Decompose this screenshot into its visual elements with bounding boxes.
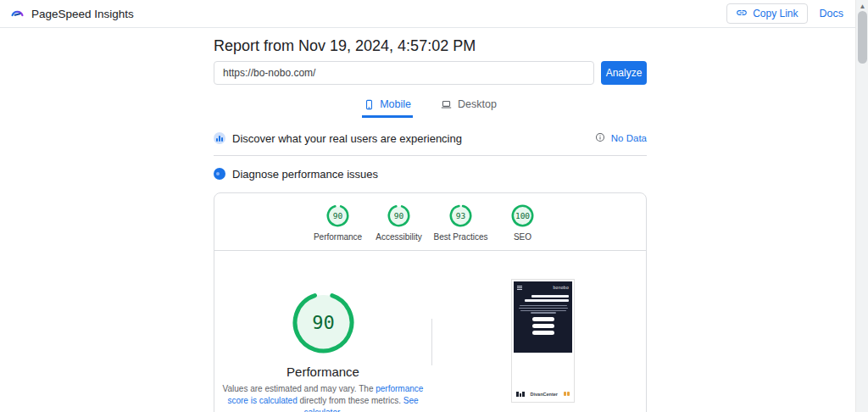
disclaimer-text: . <box>340 408 342 412</box>
url-input[interactable] <box>214 61 594 85</box>
lab-data-icon <box>214 168 225 180</box>
tab-desktop[interactable]: Desktop <box>438 96 498 118</box>
pagespeed-insights-app: PageSpeed Insights Copy Link Docs ▲ Repo… <box>0 0 868 412</box>
docs-link[interactable]: Docs <box>820 8 843 19</box>
brand[interactable]: PageSpeed Insights <box>9 4 134 24</box>
lab-section-title: Diagnose performance issues <box>232 168 378 181</box>
lab-data-section: Diagnose performance issues <box>214 162 647 186</box>
no-data-status[interactable]: No Data <box>611 133 647 143</box>
score-disclaimer: Values are estimated and may vary. The p… <box>222 383 424 412</box>
svg-text:90: 90 <box>394 211 404 220</box>
category-gauge-label: Best Practices <box>434 232 488 242</box>
screenshot-hero: bonobo <box>514 281 572 353</box>
top-bar: PageSpeed Insights Copy Link Docs <box>0 0 855 28</box>
screenshot-logo-strip: DivanCenter <box>514 387 572 400</box>
hamburger-menu-icon <box>517 286 522 290</box>
copy-link-button[interactable]: Copy Link <box>726 3 807 24</box>
category-gauge-label: Performance <box>314 232 362 242</box>
category-gauge-performance[interactable]: 90Performance <box>312 204 364 242</box>
link-icon <box>736 7 748 21</box>
svg-text:90: 90 <box>312 312 335 333</box>
disclaimer-text: directly from these metrics. <box>298 396 403 405</box>
site-brand: bonobo <box>554 285 570 290</box>
page-scrollbar[interactable]: ▲ <box>855 0 868 412</box>
client-logo-dark <box>516 392 525 397</box>
performance-gauge-label: Performance <box>287 365 359 379</box>
report-title: Report from Nov 19, 2024, 4:57:02 PM <box>214 37 647 55</box>
pagespeed-logo-icon <box>9 4 25 24</box>
category-gauge-label: Accessibility <box>376 232 421 242</box>
final-screenshot-thumbnail: bonobo Divan <box>511 279 575 403</box>
performance-summary: 90 Performance Values are estimated and … <box>214 251 431 412</box>
svg-text:100: 100 <box>515 211 530 220</box>
category-scores-row: 90Performance90Accessibility93Best Pract… <box>214 193 646 251</box>
category-gauge-best-practices[interactable]: 93Best Practices <box>434 204 488 242</box>
smartphone-icon <box>364 99 375 110</box>
performance-score-gauge: 90 <box>292 292 354 357</box>
lighthouse-report-card: 90Performance90Accessibility93Best Pract… <box>214 192 647 412</box>
main-content: Report from Nov 19, 2024, 4:57:02 PM Ana… <box>214 28 647 412</box>
laptop-icon <box>440 99 453 110</box>
device-tabs: Mobile Desktop <box>214 96 647 118</box>
vertical-divider <box>431 319 432 365</box>
app-title: PageSpeed Insights <box>31 8 134 20</box>
svg-text:90: 90 <box>333 211 343 220</box>
screenshot-whitespace <box>514 353 572 387</box>
site-heading-lines <box>517 295 569 302</box>
category-gauge-accessibility[interactable]: 90Accessibility <box>373 204 426 242</box>
client-logo-orange <box>564 392 570 396</box>
field-data-section: Discover what your real users are experi… <box>214 126 647 150</box>
client-logo-divancenter: DivanCenter <box>531 392 558 397</box>
field-section-title: Discover what your real users are experi… <box>232 132 462 145</box>
tab-mobile-label: Mobile <box>380 98 411 110</box>
analyze-button[interactable]: Analyze <box>601 61 647 85</box>
field-data-icon <box>214 132 225 144</box>
tab-mobile[interactable]: Mobile <box>362 96 413 118</box>
site-cta-buttons <box>517 317 569 336</box>
scrollbar-thumb[interactable] <box>858 11 867 64</box>
disclaimer-text: Values are estimated and may vary. The <box>223 384 376 393</box>
tab-desktop-label: Desktop <box>458 98 497 110</box>
info-icon[interactable] <box>595 131 605 146</box>
site-paragraph-lines <box>517 305 569 314</box>
copy-link-label: Copy Link <box>753 8 798 19</box>
category-gauge-label: SEO <box>514 232 531 242</box>
svg-text:93: 93 <box>456 211 465 220</box>
section-divider <box>214 155 647 156</box>
category-gauge-seo[interactable]: 100SEO <box>496 204 548 242</box>
